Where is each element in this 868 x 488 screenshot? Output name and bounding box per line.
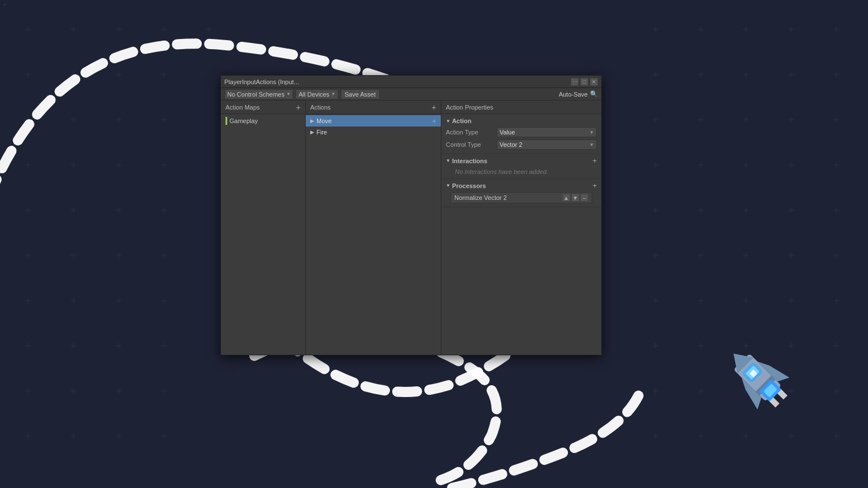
add-processor-button[interactable]: + bbox=[592, 181, 597, 190]
action-maps-panel: Action Maps + Gameplay bbox=[221, 101, 306, 355]
svg-rect-196 bbox=[763, 384, 778, 398]
control-scheme-dropdown[interactable]: No Control Schemes ▼ bbox=[224, 89, 293, 99]
svg-rect-191 bbox=[767, 395, 779, 407]
processor-label: Normalize Vector 2 bbox=[454, 194, 507, 201]
action-fire-label: Fire bbox=[316, 129, 327, 136]
expand-triangle: ▶ bbox=[310, 118, 314, 124]
panels-container: Action Maps + Gameplay Actions + ▶ bbox=[221, 101, 601, 355]
action-section-header: ▼ Action bbox=[446, 117, 597, 124]
svg-rect-189 bbox=[741, 361, 763, 384]
processors-header: ▼ Processors + bbox=[446, 181, 597, 190]
svg-marker-188 bbox=[757, 354, 789, 386]
svg-marker-187 bbox=[734, 377, 766, 409]
action-maps-header: Action Maps + bbox=[221, 101, 305, 114]
properties-content: ▼ Action Action Type Value ▼ Control Typ… bbox=[441, 114, 601, 355]
devices-dropdown[interactable]: All Devices ▼ bbox=[296, 89, 338, 99]
processors-title: ▼ Processors bbox=[446, 182, 486, 189]
actions-panel: Actions + ▶ Move + ▶ Fire + bbox=[306, 101, 441, 355]
action-type-dropdown[interactable]: Value ▼ bbox=[497, 127, 597, 137]
section-triangle: ▼ bbox=[446, 158, 450, 163]
action-map-label: Gameplay bbox=[229, 117, 258, 124]
svg-rect-185 bbox=[734, 354, 782, 402]
processor-down-button[interactable]: ▼ bbox=[571, 194, 579, 202]
dropdown-arrow-icon: ▼ bbox=[589, 130, 594, 135]
svg-marker-186 bbox=[726, 346, 753, 373]
toolbar: No Control Schemes ▼ All Devices ▼ Save … bbox=[221, 88, 601, 101]
actions-header: Actions + bbox=[306, 101, 441, 114]
actions-label: Actions bbox=[310, 104, 331, 111]
interactions-header: ▼ Interactions + bbox=[446, 156, 597, 165]
action-maps-list: Gameplay bbox=[221, 114, 305, 355]
add-interaction-button[interactable]: + bbox=[592, 156, 597, 165]
properties-panel: Action Properties ▼ Action Action Type bbox=[441, 101, 601, 355]
unity-input-action-editor: PlayerInputActions (Input... ⋯ □ ✕ No Co… bbox=[220, 75, 602, 355]
actions-list: ▶ Move + ▶ Fire + bbox=[306, 114, 441, 355]
interactions-title: ▼ Interactions bbox=[446, 158, 487, 164]
interactions-section: ▼ Interactions + No Interactions have be… bbox=[441, 154, 601, 179]
window-menu-btn[interactable]: ⋯ bbox=[571, 78, 579, 86]
svg-rect-195 bbox=[760, 380, 782, 402]
dropdown-arrow-icon: ▼ bbox=[589, 142, 594, 147]
properties-label: Action Properties bbox=[446, 104, 493, 111]
window-title: PlayerInputActions (Input... bbox=[224, 79, 571, 85]
action-section-title: ▼ Action bbox=[446, 117, 471, 124]
action-map-item[interactable]: Gameplay bbox=[221, 115, 305, 127]
svg-rect-193 bbox=[756, 376, 775, 395]
no-interactions-text: No Interactions have been added. bbox=[446, 167, 597, 176]
search-icon[interactable]: 🔍 bbox=[590, 90, 598, 98]
action-type-row: Action Type Value ▼ bbox=[446, 127, 597, 138]
map-color-indicator bbox=[225, 117, 227, 125]
action-item-fire[interactable]: ▶ Fire + bbox=[306, 127, 441, 138]
control-type-label: Control Type bbox=[446, 141, 497, 148]
save-asset-button[interactable]: Save Asset bbox=[341, 89, 380, 99]
add-action-button[interactable]: + bbox=[432, 103, 436, 111]
processors-section: ▼ Processors + Normalize Vector 2 ▲ ▼ – bbox=[441, 179, 601, 207]
section-triangle: ▼ bbox=[446, 119, 450, 124]
window-restore-btn[interactable]: □ bbox=[580, 78, 588, 86]
rocket-decoration bbox=[715, 336, 811, 432]
auto-save-label: Auto-Save bbox=[559, 91, 588, 98]
title-bar: PlayerInputActions (Input... ⋯ □ ✕ bbox=[221, 76, 601, 88]
action-item-move[interactable]: ▶ Move + bbox=[306, 115, 441, 127]
add-action-map-button[interactable]: + bbox=[296, 103, 301, 111]
dropdown-arrow: ▼ bbox=[331, 91, 336, 97]
action-maps-label: Action Maps bbox=[225, 104, 260, 111]
expand-triangle: ▶ bbox=[310, 129, 314, 135]
svg-rect-190 bbox=[745, 365, 760, 380]
window-controls: ⋯ □ ✕ bbox=[571, 78, 598, 86]
control-type-dropdown[interactable]: Vector 2 ▼ bbox=[497, 140, 597, 150]
properties-header: Action Properties bbox=[441, 101, 601, 114]
window-close-btn[interactable]: ✕ bbox=[590, 78, 598, 86]
control-type-row: Control Type Vector 2 ▼ bbox=[446, 139, 597, 150]
action-section: ▼ Action Action Type Value ▼ Control Typ… bbox=[441, 115, 601, 154]
svg-rect-194 bbox=[749, 369, 757, 377]
auto-save-group: Auto-Save 🔍 bbox=[559, 90, 598, 98]
processor-remove-button[interactable]: – bbox=[580, 194, 588, 202]
processor-up-button[interactable]: ▲ bbox=[562, 194, 570, 202]
dropdown-arrow: ▼ bbox=[287, 91, 291, 97]
action-move-label: Move bbox=[316, 117, 332, 124]
action-type-label: Action Type bbox=[446, 129, 497, 136]
section-triangle: ▼ bbox=[446, 183, 450, 188]
add-binding-button[interactable]: + bbox=[432, 117, 436, 125]
processor-controls: ▲ ▼ – bbox=[562, 194, 588, 202]
svg-rect-192 bbox=[775, 387, 787, 399]
processor-item: Normalize Vector 2 ▲ ▼ – bbox=[450, 192, 592, 203]
